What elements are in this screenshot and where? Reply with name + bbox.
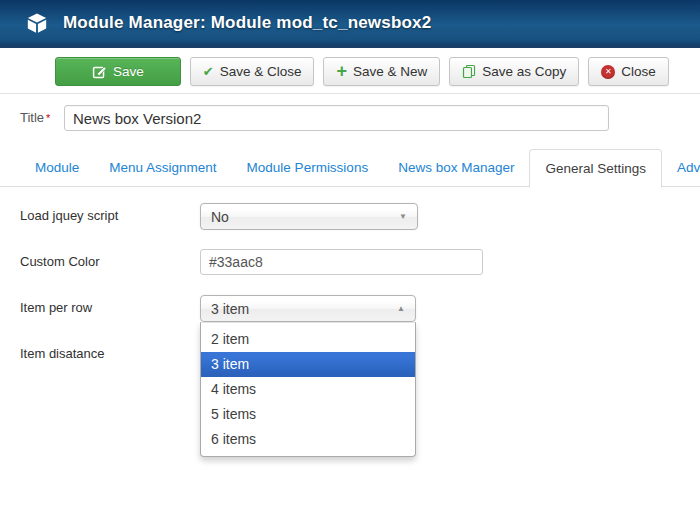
required-asterisk: * bbox=[46, 112, 50, 124]
option-3-item[interactable]: 3 item bbox=[201, 352, 415, 377]
custom-color-label: Custom Color bbox=[20, 255, 99, 269]
toolbar-divider bbox=[0, 93, 700, 94]
save-new-button-label: Save & New bbox=[353, 64, 427, 79]
custom-color-input[interactable] bbox=[200, 249, 483, 275]
load-jquery-label: Load jquey script bbox=[20, 209, 118, 223]
load-jquery-select[interactable]: No ▼ bbox=[200, 203, 418, 230]
item-per-row-dropdown-list: 2 item 3 item 4 items 5 items 6 items bbox=[200, 322, 416, 457]
load-jquery-select-value: No bbox=[211, 209, 229, 225]
item-per-row-select[interactable]: 3 item ▲ bbox=[200, 295, 416, 322]
option-6-items[interactable]: 6 items bbox=[201, 427, 415, 452]
pencil-square-icon bbox=[92, 64, 107, 79]
chevron-down-icon: ▼ bbox=[399, 213, 407, 221]
save-close-button[interactable]: ✔ Save & Close bbox=[190, 57, 315, 86]
save-new-button[interactable]: + Save & New bbox=[323, 57, 440, 86]
save-as-copy-button-label: Save as Copy bbox=[482, 64, 566, 79]
tab-module-permissions[interactable]: Module Permissions bbox=[232, 149, 384, 186]
title-input[interactable] bbox=[64, 105, 609, 131]
save-as-copy-button[interactable]: Save as Copy bbox=[449, 57, 579, 86]
tab-bar: Module Menu Assignment Module Permission… bbox=[20, 149, 700, 188]
tab-menu-assignment[interactable]: Menu Assignment bbox=[94, 149, 231, 186]
save-button-label: Save bbox=[113, 64, 144, 79]
item-per-row-label: Item per row bbox=[20, 301, 92, 315]
toolbar: Save ✔ Save & Close + Save & New Save as… bbox=[55, 57, 669, 86]
copy-icon bbox=[462, 64, 476, 79]
cube-icon bbox=[26, 12, 48, 34]
tab-general-settings[interactable]: General Settings bbox=[529, 149, 662, 188]
page-title: Module Manager: Module mod_tc_newsbox2 bbox=[63, 13, 431, 33]
chevron-up-icon: ▲ bbox=[397, 305, 405, 313]
plus-icon: + bbox=[336, 62, 347, 80]
close-button-label: Close bbox=[621, 64, 656, 79]
tab-news-box-manager[interactable]: News box Manager bbox=[383, 149, 529, 186]
admin-header-bar: Module Manager: Module mod_tc_newsbox2 bbox=[0, 0, 700, 48]
item-per-row-select-value: 3 item bbox=[211, 301, 249, 317]
option-5-items[interactable]: 5 items bbox=[201, 402, 415, 427]
title-label: Title* bbox=[20, 111, 50, 125]
title-label-text: Title bbox=[20, 110, 44, 125]
close-circle-icon: ✕ bbox=[601, 65, 615, 79]
tab-advanced[interactable]: Advanced bbox=[662, 149, 700, 186]
option-4-items[interactable]: 4 items bbox=[201, 377, 415, 402]
item-distance-label: Item disatance bbox=[20, 347, 105, 361]
tab-module[interactable]: Module bbox=[20, 149, 94, 186]
check-icon: ✔ bbox=[203, 65, 214, 78]
close-button[interactable]: ✕ Close bbox=[588, 57, 669, 86]
save-button[interactable]: Save bbox=[55, 57, 181, 86]
option-2-item[interactable]: 2 item bbox=[201, 327, 415, 352]
save-close-button-label: Save & Close bbox=[220, 64, 302, 79]
